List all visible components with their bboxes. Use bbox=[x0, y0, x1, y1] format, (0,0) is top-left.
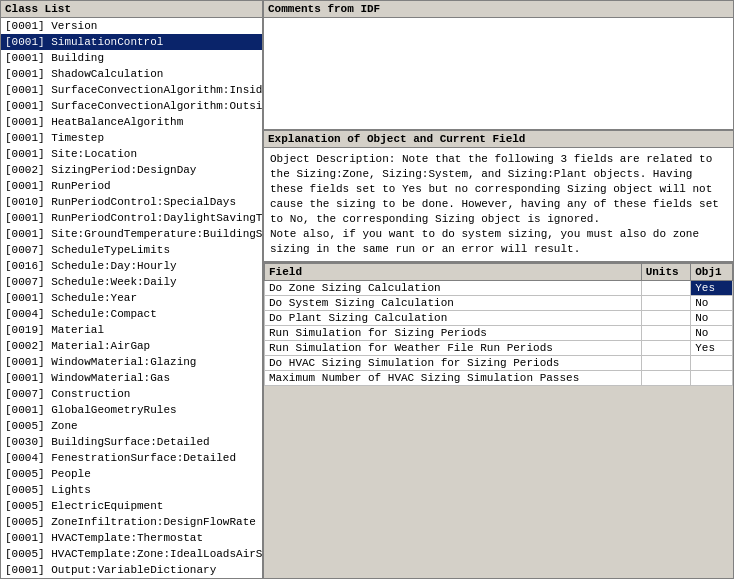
obj1-cell: No bbox=[691, 296, 733, 311]
units-cell bbox=[641, 281, 691, 296]
field-name-cell: Do System Sizing Calculation bbox=[265, 296, 642, 311]
units-cell bbox=[641, 356, 691, 371]
list-item[interactable]: [0001] WindowMaterial:Glazing bbox=[1, 354, 262, 370]
list-item[interactable]: [0002] Material:AirGap bbox=[1, 338, 262, 354]
list-item[interactable]: [0005] ElectricEquipment bbox=[1, 498, 262, 514]
field-name-cell: Do Plant Sizing Calculation bbox=[265, 311, 642, 326]
explanation-header: Explanation of Object and Current Field bbox=[264, 131, 733, 148]
col-header-units: Units bbox=[641, 264, 691, 281]
units-cell bbox=[641, 371, 691, 386]
list-item[interactable]: [0001] SurfaceConvectionAlgorithm:Outsid… bbox=[1, 98, 262, 114]
list-item[interactable]: [0005] Zone bbox=[1, 418, 262, 434]
explanation-section: Explanation of Object and Current Field … bbox=[264, 131, 733, 263]
list-item[interactable]: [0001] Timestep bbox=[1, 130, 262, 146]
units-cell bbox=[641, 296, 691, 311]
fields-table-body: Do Zone Sizing CalculationYesDo System S… bbox=[265, 281, 733, 386]
units-cell bbox=[641, 341, 691, 356]
fields-table: Field Units Obj1 Do Zone Sizing Calculat… bbox=[264, 263, 733, 386]
list-item[interactable]: [0007] ScheduleTypeLimits bbox=[1, 242, 262, 258]
list-item[interactable]: [0001] Site:GroundTemperature:BuildingSu… bbox=[1, 226, 262, 242]
table-row[interactable]: Run Simulation for Sizing PeriodsNo bbox=[265, 326, 733, 341]
list-item[interactable]: [0004] Schedule:Compact bbox=[1, 306, 262, 322]
obj1-cell: Yes bbox=[691, 341, 733, 356]
class-list-header: Class List bbox=[1, 1, 262, 18]
list-item[interactable]: [0002] SizingPeriod:DesignDay bbox=[1, 162, 262, 178]
units-cell bbox=[641, 326, 691, 341]
list-item[interactable]: [0001] Building bbox=[1, 50, 262, 66]
obj1-cell: Yes bbox=[691, 281, 733, 296]
comments-section: Comments from IDF bbox=[264, 1, 733, 131]
table-row[interactable]: Maximum Number of HVAC Sizing Simulation… bbox=[265, 371, 733, 386]
list-item[interactable]: [0001] Schedule:Year bbox=[1, 290, 262, 306]
list-item[interactable]: [0001] Version bbox=[1, 18, 262, 34]
explanation-body: Object Description: Note that the follow… bbox=[264, 148, 733, 261]
obj1-cell bbox=[691, 371, 733, 386]
list-item[interactable]: [0010] RunPeriodControl:SpecialDays bbox=[1, 194, 262, 210]
table-row[interactable]: Do Plant Sizing CalculationNo bbox=[265, 311, 733, 326]
obj1-cell: No bbox=[691, 311, 733, 326]
comments-body bbox=[264, 18, 733, 129]
list-item[interactable]: [0001] WindowMaterial:Gas bbox=[1, 370, 262, 386]
class-list-container[interactable]: [0001] Version[0001] SimulationControl[0… bbox=[1, 18, 262, 578]
col-header-obj1: Obj1 bbox=[691, 264, 733, 281]
list-item[interactable]: [0005] People bbox=[1, 466, 262, 482]
table-row[interactable]: Run Simulation for Weather File Run Peri… bbox=[265, 341, 733, 356]
list-item[interactable]: [0001] RunPeriod bbox=[1, 178, 262, 194]
list-item[interactable]: [0019] Material bbox=[1, 322, 262, 338]
list-item[interactable]: [0001] Output:VariableDictionary bbox=[1, 562, 262, 578]
list-item[interactable]: [0001] HVACTemplate:Thermostat bbox=[1, 530, 262, 546]
list-item[interactable]: [0016] Schedule:Day:Hourly bbox=[1, 258, 262, 274]
field-name-cell: Run Simulation for Sizing Periods bbox=[265, 326, 642, 341]
obj1-cell: No bbox=[691, 326, 733, 341]
main-container: Class List [0001] Version[0001] Simulati… bbox=[0, 0, 734, 579]
list-item[interactable]: [0030] BuildingSurface:Detailed bbox=[1, 434, 262, 450]
right-panel: Comments from IDF Explanation of Object … bbox=[264, 1, 733, 578]
list-item[interactable]: [0005] Lights bbox=[1, 482, 262, 498]
table-row[interactable]: Do Zone Sizing CalculationYes bbox=[265, 281, 733, 296]
field-name-cell: Maximum Number of HVAC Sizing Simulation… bbox=[265, 371, 642, 386]
units-cell bbox=[641, 311, 691, 326]
comments-header: Comments from IDF bbox=[264, 1, 733, 18]
list-item[interactable]: [0007] Construction bbox=[1, 386, 262, 402]
list-item[interactable]: [0001] Site:Location bbox=[1, 146, 262, 162]
list-item[interactable]: [0001] ShadowCalculation bbox=[1, 66, 262, 82]
list-item[interactable]: [0005] HVACTemplate:Zone:IdealLoadsAirSy… bbox=[1, 546, 262, 562]
list-item[interactable]: [0001] RunPeriodControl:DaylightSavingTi… bbox=[1, 210, 262, 226]
list-item[interactable]: [0001] HeatBalanceAlgorithm bbox=[1, 114, 262, 130]
field-name-cell: Run Simulation for Weather File Run Peri… bbox=[265, 341, 642, 356]
list-item[interactable]: [0001] SurfaceConvectionAlgorithm:Inside bbox=[1, 82, 262, 98]
list-item[interactable]: [0007] Schedule:Week:Daily bbox=[1, 274, 262, 290]
obj1-cell bbox=[691, 356, 733, 371]
table-section: Field Units Obj1 Do Zone Sizing Calculat… bbox=[264, 263, 733, 578]
field-name-cell: Do Zone Sizing Calculation bbox=[265, 281, 642, 296]
left-panel: Class List [0001] Version[0001] Simulati… bbox=[1, 1, 264, 578]
list-item[interactable]: [0004] FenestrationSurface:Detailed bbox=[1, 450, 262, 466]
table-row[interactable]: Do System Sizing CalculationNo bbox=[265, 296, 733, 311]
list-item[interactable]: [0001] SimulationControl bbox=[1, 34, 262, 50]
list-item[interactable]: [0001] GlobalGeometryRules bbox=[1, 402, 262, 418]
table-row[interactable]: Do HVAC Sizing Simulation for Sizing Per… bbox=[265, 356, 733, 371]
col-header-field: Field bbox=[265, 264, 642, 281]
field-name-cell: Do HVAC Sizing Simulation for Sizing Per… bbox=[265, 356, 642, 371]
list-item[interactable]: [0005] ZoneInfiltration:DesignFlowRate bbox=[1, 514, 262, 530]
